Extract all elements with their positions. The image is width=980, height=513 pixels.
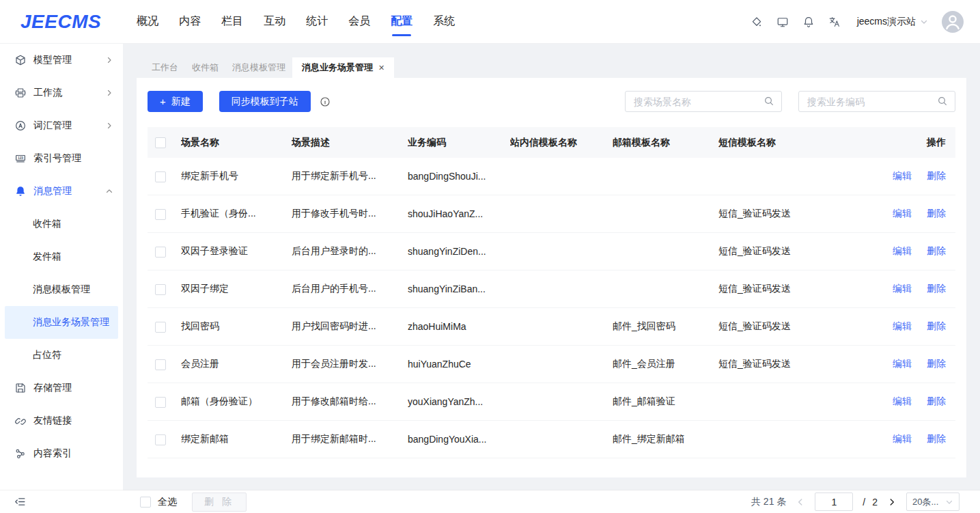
scene-table: 场景名称 场景描述 业务编码 站内信模板名称 邮箱模板名称 短信模板名称 操作 … bbox=[148, 127, 955, 458]
cell-business-code: zhaoHuiMiMa bbox=[408, 321, 510, 332]
sidebar-item-model-management[interactable]: 模型管理 bbox=[0, 44, 123, 77]
cell-sms-template: 短信_验证码发送 bbox=[718, 358, 847, 370]
edit-link[interactable]: 编辑 bbox=[893, 396, 912, 406]
close-icon[interactable]: ✕ bbox=[378, 64, 384, 72]
page-size-select[interactable]: 20条... bbox=[906, 493, 960, 511]
delete-link[interactable]: 删除 bbox=[927, 170, 946, 181]
tab-inbox[interactable]: 收件箱 bbox=[185, 57, 225, 78]
menu-fold-icon[interactable] bbox=[14, 496, 26, 508]
row-checkbox[interactable] bbox=[155, 284, 166, 295]
nav-configuration[interactable]: 配置 bbox=[391, 0, 412, 44]
sidebar-item-friend-links[interactable]: 友情链接 bbox=[0, 404, 123, 437]
sidebar-item-workflow[interactable]: 工作流 bbox=[0, 77, 123, 109]
search-icon[interactable] bbox=[937, 96, 948, 107]
sidebar-subitem-placeholder[interactable]: 占位符 bbox=[5, 339, 118, 372]
edit-link[interactable]: 编辑 bbox=[893, 245, 912, 256]
row-checkbox[interactable] bbox=[155, 434, 166, 445]
nav-system[interactable]: 系统 bbox=[433, 0, 455, 44]
edit-link[interactable]: 编辑 bbox=[893, 208, 912, 219]
cell-scene-desc: 后台用户的手机号... bbox=[292, 283, 408, 295]
cell-business-code: youXiangYanZh... bbox=[408, 396, 510, 407]
delete-link[interactable]: 删除 bbox=[927, 208, 946, 219]
nav-statistics[interactable]: 统计 bbox=[306, 0, 328, 44]
row-checkbox[interactable] bbox=[155, 171, 166, 182]
chevron-right-icon bbox=[105, 122, 113, 130]
cell-scene-name: 双因子绑定 bbox=[181, 283, 292, 295]
user-avatar[interactable] bbox=[942, 11, 964, 33]
nav-overview[interactable]: 概况 bbox=[137, 0, 158, 44]
sidebar-item-label: 存储管理 bbox=[33, 382, 113, 394]
sidebar-item-index-number-management[interactable]: 123 索引号管理 bbox=[0, 142, 123, 175]
edit-link[interactable]: 编辑 bbox=[893, 170, 912, 181]
cell-sms-template: 短信_验证码发送 bbox=[718, 320, 847, 333]
next-page-icon[interactable] bbox=[887, 497, 897, 507]
delete-link[interactable]: 删除 bbox=[927, 320, 946, 331]
cell-scene-name: 会员注册 bbox=[181, 358, 292, 370]
search-scene-input[interactable] bbox=[625, 91, 782, 112]
sidebar-item-label: 消息管理 bbox=[33, 185, 105, 197]
search-code-input[interactable] bbox=[798, 91, 955, 112]
cell-scene-name: 绑定新手机号 bbox=[181, 170, 292, 182]
total-count: 共 21 条 bbox=[751, 496, 786, 508]
sidebar-item-storage-management[interactable]: 存储管理 bbox=[0, 372, 123, 404]
edit-link[interactable]: 编辑 bbox=[893, 283, 912, 294]
sidebar-subitem-inbox[interactable]: 收件箱 bbox=[5, 208, 118, 240]
sidebar-item-label: 索引号管理 bbox=[33, 152, 113, 165]
cell-email-template: 邮件_邮箱验证 bbox=[613, 396, 718, 408]
nav-members[interactable]: 会员 bbox=[348, 0, 370, 44]
monitor-icon[interactable] bbox=[776, 16, 789, 28]
row-checkbox[interactable] bbox=[155, 397, 166, 408]
cell-sms-template: 短信_验证码发送 bbox=[718, 283, 847, 295]
delete-link[interactable]: 删除 bbox=[927, 283, 946, 294]
site-switcher[interactable]: jeecms演示站 bbox=[857, 16, 928, 28]
page-number-input[interactable] bbox=[815, 493, 853, 511]
sidebar-item-content-index[interactable]: 内容索引 bbox=[0, 437, 123, 470]
row-checkbox[interactable] bbox=[155, 209, 166, 220]
select-all-header-checkbox[interactable] bbox=[155, 137, 166, 148]
sidebar-menu: 模型管理 工作流 词汇管理 123 bbox=[0, 44, 123, 490]
cell-business-code: bangDingShouJi... bbox=[408, 171, 510, 182]
delete-link[interactable]: 删除 bbox=[927, 245, 946, 256]
nav-channel[interactable]: 栏目 bbox=[221, 0, 243, 44]
sidebar-subitem-message-template[interactable]: 消息模板管理 bbox=[5, 273, 118, 306]
search-code-box bbox=[798, 91, 955, 112]
page-size-value: 20条... bbox=[912, 496, 945, 508]
site-name: jeecms演示站 bbox=[857, 16, 916, 28]
row-checkbox[interactable] bbox=[155, 247, 166, 258]
edit-link[interactable]: 编辑 bbox=[893, 358, 912, 369]
chevron-up-icon bbox=[105, 187, 113, 195]
delete-selected-button[interactable]: 删 除 bbox=[192, 493, 247, 512]
plus-icon: + bbox=[160, 96, 166, 107]
nav-interaction[interactable]: 互动 bbox=[264, 0, 285, 44]
table-row: 绑定新邮箱 用于绑定新邮箱时... bangDingYouXia... 邮件_绑… bbox=[148, 421, 955, 458]
info-icon[interactable] bbox=[320, 96, 331, 107]
select-all-checkbox[interactable] bbox=[140, 497, 151, 508]
notification-bell-icon[interactable] bbox=[802, 16, 815, 28]
cell-scene-name: 手机验证（身份... bbox=[181, 208, 292, 220]
chevron-down-icon bbox=[920, 18, 928, 26]
cell-business-code: shuangYinZiDen... bbox=[408, 246, 510, 257]
row-checkbox[interactable] bbox=[155, 359, 166, 370]
sidebar-item-vocabulary-management[interactable]: 词汇管理 bbox=[0, 109, 123, 142]
delete-link[interactable]: 删除 bbox=[927, 396, 946, 406]
edit-link[interactable]: 编辑 bbox=[893, 320, 912, 331]
sync-template-button[interactable]: 同步模板到子站 bbox=[219, 91, 311, 112]
sidebar-subitem-message-scene[interactable]: 消息业务场景管理 bbox=[5, 306, 118, 339]
row-checkbox[interactable] bbox=[155, 322, 166, 333]
delete-link[interactable]: 删除 bbox=[927, 433, 946, 444]
cell-business-code: huiYuanZhuCe bbox=[408, 359, 510, 370]
new-button[interactable]: + 新建 bbox=[148, 91, 203, 112]
edit-link[interactable]: 编辑 bbox=[893, 433, 912, 444]
tab-message-template[interactable]: 消息模板管理 bbox=[225, 57, 292, 78]
cell-scene-name: 双因子登录验证 bbox=[181, 245, 292, 258]
tab-workbench[interactable]: 工作台 bbox=[145, 57, 185, 78]
language-icon[interactable] bbox=[828, 16, 841, 28]
search-icon[interactable] bbox=[764, 96, 774, 107]
prev-page-icon[interactable] bbox=[796, 497, 805, 507]
delete-link[interactable]: 删除 bbox=[927, 358, 946, 369]
tab-message-scene[interactable]: 消息业务场景管理 ✕ bbox=[292, 57, 394, 78]
nav-content[interactable]: 内容 bbox=[179, 0, 201, 44]
sidebar-subitem-outbox[interactable]: 发件箱 bbox=[5, 240, 118, 273]
clean-cache-icon[interactable] bbox=[751, 16, 763, 28]
sidebar-item-message-management[interactable]: 消息管理 bbox=[0, 175, 123, 208]
